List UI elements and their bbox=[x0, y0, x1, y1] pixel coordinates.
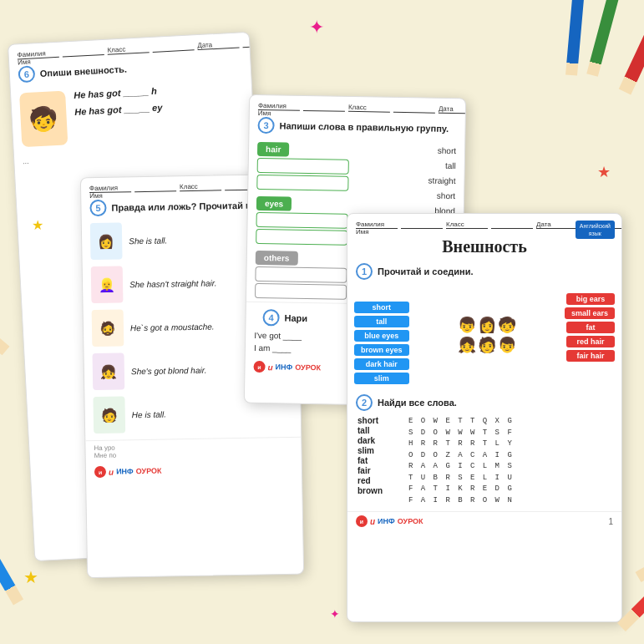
card4-footer: и иИНФОУРОК 1 bbox=[347, 511, 621, 530]
card4-class: Класс bbox=[446, 221, 488, 229]
grid-row-1: E O W E T T Q X G bbox=[408, 416, 514, 428]
card4-logo: и иИНФОУРОК bbox=[356, 515, 423, 527]
lang-line2: язык bbox=[580, 230, 611, 237]
hair-input-1[interactable] bbox=[257, 158, 349, 175]
char-tall-woman: 👩 bbox=[90, 222, 123, 260]
hair-group: hair bbox=[256, 140, 422, 192]
char-boy-illustration: 🧒 bbox=[19, 90, 68, 147]
search-word-slim: slim bbox=[357, 446, 395, 455]
star-yellow-bottom: ★ bbox=[23, 567, 38, 587]
search-word-red: red bbox=[357, 476, 395, 485]
task2-number: 2 bbox=[356, 394, 373, 411]
sentence-blond: She's got blond hair. bbox=[131, 365, 207, 376]
word-fat: fat bbox=[566, 322, 615, 333]
star-pink-bottom: ✦ bbox=[330, 607, 340, 621]
logo-icon-2: и bbox=[94, 466, 106, 478]
date-label: Дата bbox=[197, 40, 239, 51]
word-search-grid: E O W E T T Q X G S D O W W W T S F H R … bbox=[408, 416, 514, 506]
word-search-container: short tall dark slim fat fair red brown … bbox=[347, 414, 621, 511]
char2: 👩 bbox=[478, 316, 496, 334]
surname-label: Фамилия Имя bbox=[17, 49, 58, 60]
lang-line1: Английский bbox=[580, 222, 611, 230]
card3-class: Класс bbox=[348, 104, 390, 113]
logo-icon-3: и bbox=[253, 361, 265, 373]
grid-row-3: H R R T R R T L Y bbox=[408, 439, 514, 450]
class-label: Класс bbox=[107, 44, 149, 55]
char-tall-man: 🧑 bbox=[93, 396, 125, 434]
task2-title: Найди все слова. bbox=[378, 398, 457, 408]
star-pink-top: ✦ bbox=[309, 17, 324, 38]
right-words-column: big ears small ears fat red hair fair ha… bbox=[565, 285, 615, 384]
page-number: 1 bbox=[608, 517, 613, 526]
word-tall: tall bbox=[428, 159, 456, 175]
word-big-ears: big ears bbox=[566, 293, 615, 305]
task6-number: 6 bbox=[18, 65, 35, 83]
card4-surname: Фамилия Имя bbox=[356, 221, 398, 229]
task1-number: 1 bbox=[356, 263, 373, 280]
others-input-1[interactable] bbox=[255, 266, 347, 283]
others-tag: others bbox=[256, 251, 298, 266]
card2-logo: и иИНФОУРОК bbox=[86, 459, 302, 481]
search-word-tall: tall bbox=[357, 426, 395, 435]
characters-illustration: 👦 👩 🧒 👧 🧑 👦 bbox=[413, 285, 561, 384]
word-fair-hair: fair hair bbox=[566, 350, 615, 362]
task3-row: 3 Напиши слова в правильную группу. bbox=[249, 114, 464, 140]
word-blue-eyes: blue eyes bbox=[354, 330, 409, 342]
card3-date: Дата bbox=[439, 105, 466, 114]
grid-row-6: T U B R S E L I U bbox=[408, 473, 514, 484]
sentence-tall2: He is tall. bbox=[132, 409, 166, 419]
star-red-right: ★ bbox=[597, 163, 611, 181]
task4-title: Нари bbox=[284, 313, 307, 323]
word-dark-hair: dark hair bbox=[354, 358, 409, 370]
sentence-moustache: He`s got a moustache. bbox=[130, 322, 215, 332]
char1: 👦 bbox=[458, 316, 476, 334]
grid-row-4: O D O Z A C A I G bbox=[408, 450, 514, 462]
eyes-input-1[interactable] bbox=[256, 212, 347, 229]
class-line bbox=[152, 42, 194, 53]
word-short-1: short bbox=[428, 144, 456, 160]
sentence-tall: She is tall. bbox=[129, 236, 167, 246]
search-word-short: short bbox=[357, 416, 395, 425]
sentence-hair: She hasn't straight hair. bbox=[129, 278, 217, 289]
card2-class: Класс bbox=[180, 182, 221, 191]
sentence1: He has got _____ h bbox=[74, 85, 162, 99]
char4: 👧 bbox=[458, 336, 476, 354]
word-red-hair: red hair bbox=[566, 336, 615, 347]
card2-surname-label: Фамилия Имя bbox=[89, 184, 131, 193]
hair-input-2[interactable] bbox=[256, 175, 348, 191]
char-moustache-man: 🧔 bbox=[92, 309, 124, 347]
card-main-front: Английский язык Фамилия Имя Класс Дата В… bbox=[347, 213, 622, 622]
star-yellow-left: ★ bbox=[32, 217, 43, 233]
left-words-column: short tall blue eyes brown eyes dark hai… bbox=[354, 285, 409, 384]
task5-title: Правда или ложь? Прочитай и bbox=[111, 200, 251, 213]
hair-tag: hair bbox=[257, 142, 290, 157]
char5: 🧑 bbox=[478, 336, 496, 354]
card3-surname: Фамилия Имя bbox=[258, 102, 300, 111]
word-brown-eyes: brown eyes bbox=[354, 344, 409, 356]
search-word-list: short tall dark slim fat fair red brown bbox=[357, 416, 395, 506]
word-straight: straight bbox=[428, 174, 456, 190]
others-input-2[interactable] bbox=[255, 283, 347, 300]
task6-title: Опиши внешность. bbox=[40, 64, 128, 79]
char-group: 👦 👩 🧒 👧 🧑 👦 bbox=[449, 316, 525, 354]
word-short: short bbox=[354, 302, 409, 313]
search-word-fat: fat bbox=[357, 456, 395, 465]
task5-number: 5 bbox=[89, 200, 106, 216]
task3-title: Напиши слова в правильную группу. bbox=[279, 120, 449, 134]
char-blond-woman: 👧 bbox=[93, 352, 125, 390]
task2-row: 2 Найди все слова. bbox=[347, 391, 621, 414]
sentence2: He has got _____ ey bbox=[74, 102, 163, 116]
eyes-input-2[interactable] bbox=[256, 229, 347, 246]
grid-row-8: F A I R B R O W N bbox=[408, 495, 514, 507]
search-word-dark: dark bbox=[357, 436, 395, 445]
word-short-2: short bbox=[428, 189, 455, 205]
task4-number: 4 bbox=[262, 309, 279, 326]
word-slim: slim bbox=[354, 373, 409, 384]
task1-title: Прочитай и соедини. bbox=[378, 266, 474, 276]
search-word-brown: brown bbox=[357, 486, 395, 495]
card4-date: Дата bbox=[536, 221, 578, 229]
char3: 🧒 bbox=[498, 316, 516, 334]
word-small-ears: small ears bbox=[565, 307, 615, 319]
grid-row-7: F A T I K R E D G bbox=[408, 484, 514, 495]
logo-icon-4: и bbox=[356, 515, 368, 527]
